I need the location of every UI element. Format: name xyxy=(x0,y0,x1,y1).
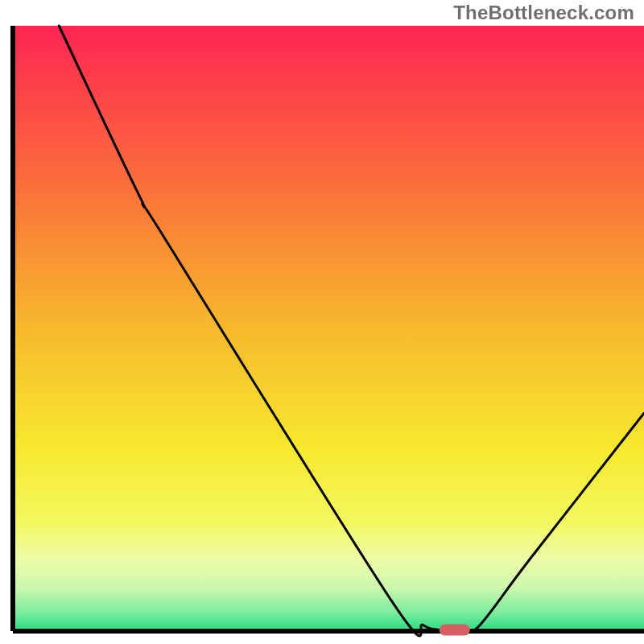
bottleneck-chart xyxy=(0,0,644,644)
gradient-background xyxy=(13,26,644,631)
watermark-text: TheBottleneck.com xyxy=(453,2,634,24)
chart-container: { "watermark": "TheBottleneck.com", "cha… xyxy=(0,0,644,644)
optimal-marker xyxy=(440,624,470,635)
